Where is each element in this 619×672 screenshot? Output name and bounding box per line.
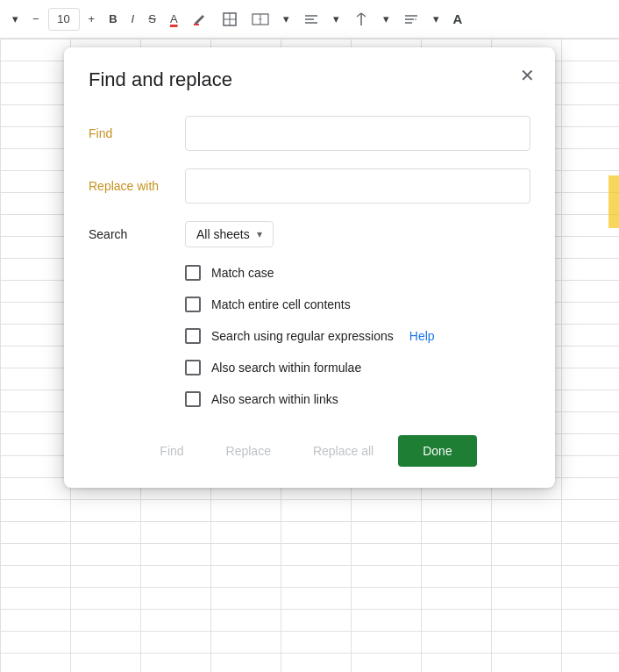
chevron-down-icon: ▾ — [257, 228, 262, 240]
regex-row[interactable]: Search using regular expressions Help — [185, 328, 530, 344]
done-button[interactable]: Done — [398, 435, 476, 467]
links-checkbox[interactable] — [185, 391, 201, 407]
match-entire-checkbox[interactable] — [185, 297, 201, 312]
close-button[interactable]: ✕ — [513, 61, 541, 89]
search-dropdown-value: All sheets — [196, 227, 250, 241]
dialog-footer: Find Replace Replace all Done — [89, 435, 530, 467]
remove-button[interactable]: − — [27, 9, 45, 29]
find-replace-dialog: Find and replace ✕ Find Replace with Sea… — [64, 47, 555, 488]
svg-rect-0 — [194, 24, 199, 25]
match-entire-row[interactable]: Match entire cell contents — [185, 297, 530, 312]
match-case-checkbox[interactable] — [185, 265, 201, 281]
strikethrough-button[interactable]: S — [143, 9, 161, 29]
dialog-title: Find and replace — [89, 68, 530, 91]
font-letter-button[interactable]: A — [448, 8, 468, 30]
svg-text:↔: ↔ — [257, 16, 263, 22]
formulae-row[interactable]: Also search within formulae — [185, 360, 530, 375]
links-label: Also search within links — [211, 392, 338, 406]
search-row: Search All sheets ▾ — [89, 221, 530, 247]
dialog-overlay: Find and replace ✕ Find Replace with Sea… — [0, 39, 619, 672]
search-label: Search — [89, 227, 185, 241]
search-dropdown[interactable]: All sheets ▾ — [185, 221, 274, 247]
formulae-label: Also search within formulae — [211, 361, 361, 375]
borders-button[interactable] — [217, 8, 243, 31]
valign-chevron[interactable]: ▾ — [378, 9, 395, 29]
replace-button[interactable]: Replace — [209, 437, 288, 465]
text-color-button[interactable]: A — [165, 9, 183, 29]
replace-input[interactable] — [185, 168, 530, 204]
regex-checkbox[interactable] — [185, 328, 201, 344]
help-link[interactable]: Help — [409, 329, 435, 343]
formulae-checkbox[interactable] — [185, 360, 201, 375]
find-button[interactable]: Find — [142, 437, 201, 465]
align-button[interactable] — [298, 8, 324, 31]
font-size-input[interactable]: 10 — [48, 8, 80, 31]
fill-color-button[interactable] — [187, 8, 213, 31]
find-row: Find — [89, 116, 530, 151]
find-input[interactable] — [185, 116, 530, 151]
merge-chevron-button[interactable]: ▾ — [278, 9, 295, 29]
increase-font-button[interactable]: + — [83, 9, 101, 29]
replace-all-button[interactable]: Replace all — [295, 437, 391, 465]
wrap-button[interactable] — [398, 8, 424, 31]
links-row[interactable]: Also search within links — [185, 391, 530, 407]
toolbar: ▾ − 10 + B I S A ↔ ▾ ▾ ▾ ▾ A — [0, 0, 619, 39]
merge-cells-button[interactable]: ↔ — [246, 8, 274, 31]
checkboxes-section: Match case Match entire cell contents Se… — [185, 265, 530, 407]
replace-label: Replace with — [89, 179, 185, 193]
italic-button[interactable]: I — [126, 9, 140, 29]
replace-row: Replace with — [89, 168, 530, 204]
find-label: Find — [89, 126, 185, 140]
align-chevron[interactable]: ▾ — [328, 9, 345, 29]
bold-button[interactable]: B — [103, 9, 122, 29]
match-case-label: Match case — [211, 266, 274, 280]
undo-button[interactable]: ▾ — [7, 9, 24, 29]
regex-label: Search using regular expressions — [211, 329, 394, 343]
match-case-row[interactable]: Match case — [185, 265, 530, 281]
wrap-chevron[interactable]: ▾ — [428, 9, 445, 29]
match-entire-label: Match entire cell contents — [211, 297, 351, 311]
valign-button[interactable] — [348, 8, 374, 31]
